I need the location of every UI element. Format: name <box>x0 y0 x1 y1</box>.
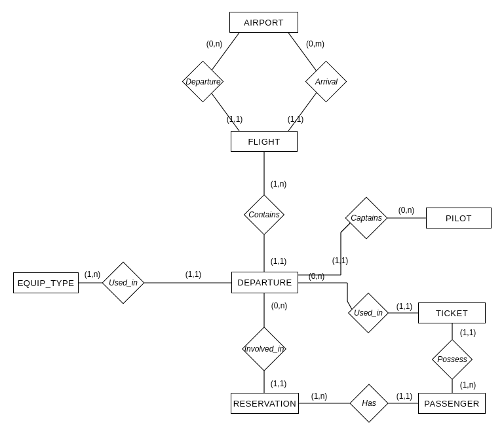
relationship-contains <box>244 194 284 235</box>
relationship-involved-in <box>242 327 286 371</box>
entity-ticket: TICKET <box>418 302 486 323</box>
relationship-used-in-ticket <box>348 293 389 333</box>
relationship-captains <box>345 196 387 239</box>
entity-label: PASSENGER <box>424 399 479 409</box>
entity-label: EQUIP_TYPE <box>18 278 75 288</box>
entity-equip-type: EQUIP_TYPE <box>13 272 79 293</box>
entity-label: TICKET <box>436 308 468 318</box>
entity-label: RESERVATION <box>233 399 297 409</box>
entity-label: AIRPORT <box>244 18 284 27</box>
entity-departure: DEPARTURE <box>231 272 298 293</box>
cardinality: (0,n) <box>271 301 288 310</box>
cardinality: (1,1) <box>332 256 349 265</box>
relationship-has <box>349 384 388 422</box>
relationship-arrival <box>305 61 347 103</box>
svg-line-10 <box>341 223 351 232</box>
cardinality: (1,1) <box>397 392 413 401</box>
cardinality: (1,1) <box>271 257 287 266</box>
relationship-used-in-equip <box>102 261 144 304</box>
cardinality: (1,1) <box>288 115 304 124</box>
entity-label: DEPARTURE <box>237 278 292 287</box>
entity-airport: AIRPORT <box>229 12 298 33</box>
cardinality: (0,m) <box>306 39 324 48</box>
entity-passenger: PASSENGER <box>418 393 486 414</box>
cardinality: (1,n) <box>271 179 287 189</box>
cardinality: (1,1) <box>185 270 202 279</box>
entity-label: FLIGHT <box>248 137 280 147</box>
entity-label: PILOT <box>446 213 472 223</box>
cardinality: (1,n) <box>85 270 101 279</box>
relationship-departure <box>182 61 224 103</box>
cardinality: (1,n) <box>311 392 328 401</box>
cardinality: (1,n) <box>460 380 476 390</box>
cardinality: (1,1) <box>227 115 243 124</box>
cardinality: (0,n) <box>398 206 415 215</box>
entity-pilot: PILOT <box>426 208 492 228</box>
cardinality: (1,1) <box>271 379 287 388</box>
cardinality: (1,1) <box>460 328 476 337</box>
er-diagram-canvas: AIRPORT FLIGHT DEPARTURE EQUIP_TYPE PILO… <box>0 0 504 438</box>
cardinality: (1,1) <box>397 302 413 311</box>
cardinality: (0,n) <box>309 272 325 281</box>
entity-flight: FLIGHT <box>231 131 298 152</box>
entity-reservation: RESERVATION <box>231 393 299 414</box>
relationship-possess <box>432 339 473 380</box>
cardinality: (0,n) <box>206 39 223 48</box>
